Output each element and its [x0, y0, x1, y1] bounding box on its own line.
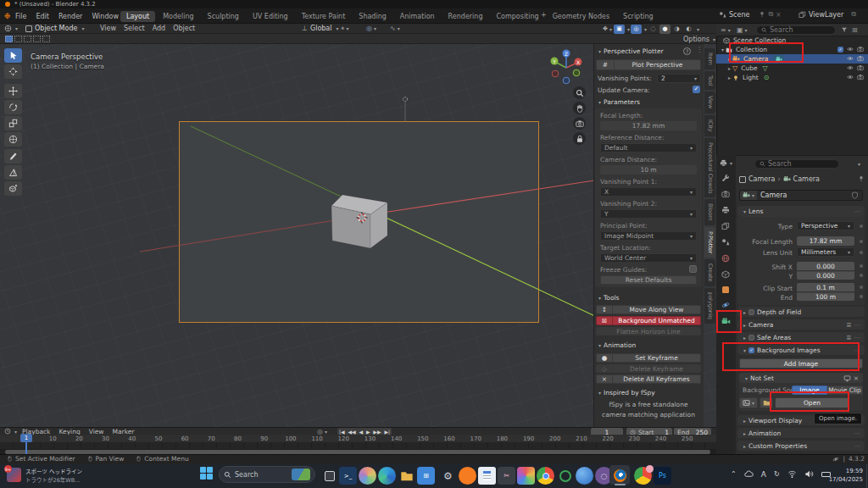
delete-keyframe-button[interactable]: ◇ Delete Keyframe — [596, 364, 701, 373]
camera-panel-header[interactable]: ▸Camera≣⋯ — [737, 319, 865, 330]
photos-icon[interactable] — [517, 467, 535, 485]
tab-render-icon[interactable] — [721, 190, 730, 198]
type-dropdown[interactable]: Perspective▾ — [797, 221, 854, 230]
update-icon[interactable]: ↻ — [774, 470, 780, 478]
freeze-guides-checkbox[interactable] — [689, 265, 697, 273]
tray-expand-icon[interactable]: ⌃ — [731, 470, 737, 478]
properties-editor-selector[interactable]: ▾ — [720, 159, 732, 167]
shading-wireframe-icon[interactable]: ◌ — [648, 25, 659, 34]
outliner-row-light[interactable]: ▸ Light ⊙ — [716, 73, 868, 82]
target-location-dropdown[interactable]: World Center▾ — [600, 253, 697, 263]
clock-area[interactable]: 19:59 17/04/2025 — [829, 467, 863, 484]
parameters-header[interactable]: ▾Parameters — [597, 98, 640, 106]
flatten-horizon-button[interactable]: Flatten Horizon Line — [596, 327, 701, 336]
custom-properties-header[interactable]: ▸Custom Properties⋯ — [737, 441, 865, 451]
camera-view-icon[interactable] — [573, 117, 586, 130]
sidebar-tab[interactable]: Procedural Crowds — [704, 138, 715, 198]
outliner-row-cube[interactable]: ▸ ▽ Cube ▽ — [716, 64, 868, 73]
image-browse-icon[interactable]: ▾ — [739, 397, 758, 408]
copy-scene-icon[interactable]: ⧉ — [768, 10, 773, 19]
clip-end-field[interactable]: 100 m — [797, 292, 854, 301]
perspective-plotter-header[interactable]: ▾Perspective Plotter — [597, 47, 664, 55]
overlays-toggle-icon[interactable]: ▣ — [614, 25, 625, 34]
pin-icon[interactable] — [759, 11, 765, 18]
blender-app-icon[interactable]: ❉ — [4, 12, 11, 20]
sidebar-tab[interactable]: polygoniq — [704, 288, 715, 324]
id-type-icon[interactable]: ▾ — [740, 191, 757, 200]
viewlayer-selector[interactable]: ViewLayer ⧉ — [798, 10, 856, 19]
workspace-tab[interactable]: Animation — [394, 11, 441, 22]
edge-icon[interactable] — [378, 467, 396, 485]
menu-item[interactable]: File — [15, 13, 26, 20]
gizmo-dropdown-icon[interactable]: ✥▾ — [602, 25, 613, 34]
timeline-editor-selector[interactable]: ▾ — [4, 428, 17, 435]
sidebar-tab[interactable]: Item — [704, 48, 715, 69]
light-render-icon[interactable] — [857, 74, 864, 80]
display-toggle-icon[interactable] — [843, 374, 851, 382]
widgets-button[interactable]: 9+ スポーツ ヘッドライン トラウトが26年WB... — [7, 468, 82, 485]
powertoys-icon[interactable] — [576, 467, 593, 485]
pan-view-icon[interactable] — [573, 102, 586, 114]
workspace-tab[interactable]: Texture Paint — [296, 11, 352, 22]
open-button[interactable]: Open — [775, 397, 849, 408]
properties-options-icon[interactable]: ▾ — [858, 161, 860, 167]
viewport-menu-item[interactable]: Object — [173, 25, 195, 32]
playhead-frame-badge[interactable]: 1 — [20, 434, 32, 442]
next-keyframe-icon[interactable]: ▶▶ — [373, 429, 381, 435]
light-eye-icon[interactable] — [847, 74, 854, 80]
tool-move[interactable] — [4, 84, 22, 98]
camera-eye-icon[interactable] — [847, 55, 854, 62]
camera-name-field[interactable]: ▾ Camera — [739, 190, 863, 201]
terminal-icon[interactable]: >_ — [339, 467, 357, 485]
tool-select-box[interactable] — [4, 48, 22, 63]
tab-camera-data-icon[interactable] — [721, 317, 731, 326]
dof-panel-header[interactable]: ▸Depth of Field — [737, 307, 865, 317]
photoshop-icon[interactable]: Ps — [654, 467, 671, 485]
vanishing-points-dropdown[interactable]: 2▾ — [657, 74, 701, 83]
outliner-row-camera[interactable]: ▸ Camera — [716, 54, 868, 64]
tab-tool-icon[interactable] — [721, 174, 730, 182]
reference-distance-dropdown[interactable]: Default▾ — [600, 143, 697, 152]
lens-unit-animate-dot[interactable] — [860, 251, 863, 254]
zoom-view-icon[interactable] — [573, 86, 586, 99]
workspace-tab[interactable]: Scripting — [617, 11, 659, 22]
notepad-icon[interactable] — [478, 467, 496, 485]
add-image-button[interactable]: Add Image — [739, 358, 863, 369]
lock-view-icon[interactable] — [573, 132, 586, 145]
breadcrumb-pin-icon[interactable] — [858, 175, 865, 182]
sidebar-tab[interactable]: View — [704, 92, 715, 113]
vp2-dropdown[interactable]: Y▾ — [600, 209, 697, 219]
timeline-keyframe-band[interactable] — [0, 442, 716, 449]
settings-icon[interactable]: ⚙ — [439, 467, 457, 485]
tool-measure[interactable] — [4, 165, 22, 180]
menu-item[interactable]: Render — [58, 13, 82, 20]
principal-point-dropdown[interactable]: Image Midpoint▾ — [600, 231, 697, 241]
clip-start-field[interactable]: 0.1 m — [797, 283, 854, 291]
copy-viewlayer-icon[interactable]: ⧉ — [851, 10, 856, 19]
new-collection-icon[interactable]: ⊞ — [852, 26, 858, 34]
clip-start-animate-dot[interactable] — [860, 286, 863, 289]
animation-header[interactable]: ▾Animation — [597, 341, 636, 349]
chrome-profile-icon[interactable] — [634, 467, 652, 485]
dof-checkbox[interactable] — [748, 309, 754, 315]
move-along-view-button[interactable]: ↕ Move Along View — [596, 305, 701, 314]
snap-magnet-icon[interactable]: ⌖▾ — [341, 25, 349, 33]
tool-cursor[interactable] — [4, 64, 22, 79]
snipping-tool-icon[interactable]: ✂ — [498, 467, 515, 485]
start-button[interactable] — [200, 467, 214, 481]
play-reverse-icon[interactable]: ◀ — [359, 429, 363, 435]
delete-scene-icon[interactable]: × — [776, 11, 782, 19]
jump-to-start-icon[interactable]: |◀ — [339, 429, 345, 435]
safe-areas-checkbox[interactable] — [748, 335, 754, 341]
focal-animate-dot[interactable] — [860, 240, 863, 243]
update-camera-checkbox[interactable]: ✓ — [693, 86, 700, 93]
source-movie-clip-button[interactable]: Movie Clip — [827, 385, 863, 395]
camera-distance-value[interactable]: 10 m — [600, 165, 697, 175]
outliner-row-scene-collection[interactable]: Scene Collection — [716, 36, 868, 45]
xray-toggle-icon[interactable]: ◎ — [631, 25, 642, 34]
outliner-funnel-icon[interactable] — [841, 26, 848, 33]
menu-item[interactable]: Window — [92, 13, 119, 20]
jump-to-end-icon[interactable]: ▶| — [384, 429, 390, 435]
navigation-gizmo[interactable]: X Y Z — [546, 47, 587, 88]
plot-perspective-button[interactable]: # Plot Perspective — [596, 59, 701, 70]
